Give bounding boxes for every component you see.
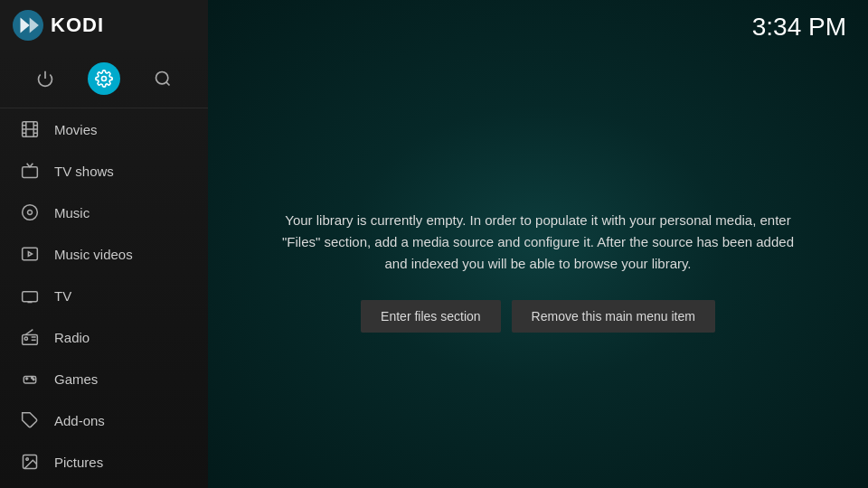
svg-point-5 bbox=[156, 72, 168, 84]
tv-shows-icon bbox=[18, 159, 42, 183]
svg-point-26 bbox=[26, 458, 28, 461]
settings-button[interactable] bbox=[88, 62, 120, 95]
search-button[interactable] bbox=[145, 61, 181, 97]
sidebar-icon-row bbox=[0, 50, 208, 108]
music-icon bbox=[18, 201, 42, 224]
svg-point-23 bbox=[33, 379, 34, 380]
svg-rect-8 bbox=[23, 167, 38, 178]
music-videos-icon bbox=[18, 242, 42, 266]
remove-menu-item-button[interactable]: Remove this main menu item bbox=[512, 300, 715, 333]
add-ons-label: Add-ons bbox=[54, 413, 105, 428]
svg-rect-13 bbox=[23, 292, 38, 302]
svg-marker-12 bbox=[28, 252, 32, 257]
sidebar-item-tv-shows[interactable]: TV shows bbox=[0, 150, 208, 192]
svg-rect-11 bbox=[23, 248, 38, 259]
main-content: 3:34 PM Your library is currently empty.… bbox=[208, 0, 868, 488]
empty-library-message: Your library is currently empty. In orde… bbox=[280, 210, 796, 275]
main-nav: Movies TV shows Music bbox=[0, 108, 208, 488]
sidebar-item-radio[interactable]: Radio bbox=[0, 316, 208, 358]
svg-point-9 bbox=[23, 205, 38, 221]
pictures-icon bbox=[18, 450, 42, 474]
sidebar-item-add-ons[interactable]: Add-ons bbox=[0, 399, 208, 441]
app-title: KODI bbox=[51, 14, 104, 37]
sidebar-item-pictures[interactable]: Pictures bbox=[0, 441, 208, 483]
music-videos-label: Music videos bbox=[54, 247, 133, 262]
svg-point-17 bbox=[24, 337, 27, 340]
movies-icon bbox=[18, 117, 42, 141]
radio-icon bbox=[18, 325, 42, 349]
top-bar: 3:34 PM bbox=[208, 0, 868, 54]
games-label: Games bbox=[54, 371, 98, 387]
clock-display: 3:34 PM bbox=[752, 13, 846, 42]
tv-label: TV bbox=[54, 288, 71, 304]
sidebar-item-games[interactable]: Games bbox=[0, 358, 208, 399]
power-button[interactable] bbox=[27, 61, 63, 97]
radio-label: Radio bbox=[54, 330, 90, 345]
action-buttons: Enter files section Remove this main men… bbox=[361, 300, 715, 333]
svg-line-6 bbox=[166, 82, 170, 86]
svg-point-4 bbox=[101, 77, 106, 81]
kodi-logo-icon bbox=[13, 10, 43, 41]
sidebar-item-tv[interactable]: TV bbox=[0, 275, 208, 316]
tv-icon bbox=[18, 284, 42, 307]
games-icon bbox=[18, 367, 42, 390]
sidebar-item-movies[interactable]: Movies bbox=[0, 108, 208, 150]
movies-label: Movies bbox=[54, 122, 98, 137]
sidebar-item-music[interactable]: Music bbox=[0, 192, 208, 233]
add-ons-icon bbox=[18, 408, 42, 432]
sidebar-header: KODI bbox=[0, 0, 208, 50]
sidebar-item-music-videos[interactable]: Music videos bbox=[0, 233, 208, 275]
tv-shows-label: TV shows bbox=[54, 164, 114, 179]
music-label: Music bbox=[54, 205, 90, 221]
content-area: Your library is currently empty. In orde… bbox=[208, 54, 868, 488]
svg-point-10 bbox=[28, 211, 33, 215]
sidebar: KODI bbox=[0, 0, 208, 488]
enter-files-button[interactable]: Enter files section bbox=[361, 300, 501, 333]
pictures-label: Pictures bbox=[54, 455, 103, 470]
